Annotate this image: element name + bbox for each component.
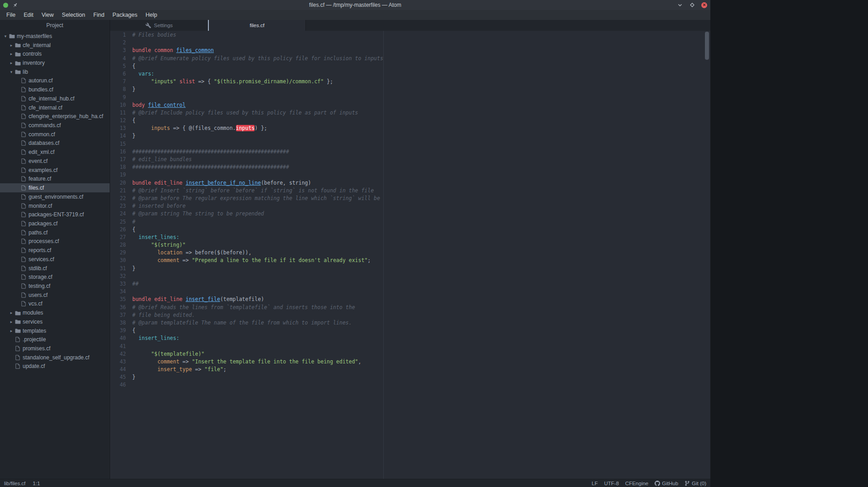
code-line[interactable]: 42 "$(templatefile)" — [110, 350, 710, 358]
tree-item-update.cf[interactable]: update.cf — [0, 362, 110, 371]
tree-item-common.cf[interactable]: common.cf — [0, 130, 110, 139]
tree-item-vcs.cf[interactable]: vcs.cf — [0, 300, 110, 309]
tree-item-cfe_internal[interactable]: ▸cfe_internal — [0, 41, 110, 50]
line-number[interactable]: 4 — [110, 55, 126, 62]
code-line[interactable]: 23# inserted before — [110, 202, 710, 210]
code-line[interactable]: 4# @brief Enumerate policy files used by… — [110, 55, 710, 62]
line-number[interactable]: 9 — [110, 94, 126, 101]
line-number[interactable]: 45 — [110, 373, 126, 381]
tree-item-packages.cf[interactable]: packages.cf — [0, 219, 110, 228]
menu-edit[interactable]: Edit — [19, 11, 38, 19]
line-number[interactable]: 10 — [110, 101, 126, 109]
code-line[interactable]: 17# edit_line bundles — [110, 156, 710, 163]
tree-item-testing.cf[interactable]: testing.cf — [0, 282, 110, 291]
tree-item-controls[interactable]: ▸controls — [0, 49, 110, 58]
tree-item-lib[interactable]: ▾lib — [0, 67, 110, 76]
line-number[interactable]: 3 — [110, 47, 126, 54]
code-line[interactable]: 21# @brief Insert `string` before `befor… — [110, 187, 710, 195]
line-number[interactable]: 34 — [110, 288, 126, 296]
tree-item-.projectile[interactable]: .projectile — [0, 335, 110, 344]
chevron-down-icon[interactable]: ▾ — [9, 70, 14, 74]
pin-icon[interactable] — [12, 2, 18, 8]
tree-item-cfe_internal_hub.cf[interactable]: cfe_internal_hub.cf — [0, 94, 110, 103]
chevron-down-icon[interactable]: ▾ — [3, 34, 8, 38]
line-number[interactable]: 18 — [110, 163, 126, 171]
code-line[interactable]: 22# @param before The regular expression… — [110, 195, 710, 202]
maximize-button[interactable] — [689, 2, 695, 8]
menu-find[interactable]: Find — [89, 11, 108, 19]
code-line[interactable]: 16######################################… — [110, 148, 710, 156]
menu-selection[interactable]: Selection — [58, 11, 89, 19]
line-number[interactable]: 17 — [110, 156, 126, 163]
code-line[interactable]: 44 insert_type => "file"; — [110, 366, 710, 373]
tab-settings[interactable]: Settings — [110, 20, 208, 31]
line-number[interactable]: 15 — [110, 140, 126, 148]
tree-item-standalone_self_upgrade.cf[interactable]: standalone_self_upgrade.cf — [0, 353, 110, 362]
code-line[interactable]: 39{ — [110, 327, 710, 334]
line-number[interactable]: 38 — [110, 319, 126, 327]
code-line[interactable]: 14} — [110, 132, 710, 140]
code-line[interactable]: 5{ — [110, 62, 710, 70]
tree-item-commands.cf[interactable]: commands.cf — [0, 121, 110, 130]
tree-item-databases.cf[interactable]: databases.cf — [0, 139, 110, 148]
code-line[interactable]: 15 — [110, 140, 710, 148]
code-line[interactable]: 41 — [110, 343, 710, 350]
menu-view[interactable]: View — [38, 11, 58, 19]
code-line[interactable]: 2 — [110, 39, 710, 47]
line-number[interactable]: 39 — [110, 327, 126, 334]
chevron-right-icon[interactable]: ▸ — [9, 310, 14, 315]
code-line[interactable]: 36# @brief Reads the lines from `templat… — [110, 304, 710, 311]
line-number[interactable]: 32 — [110, 272, 126, 280]
tree-item-files.cf[interactable]: files.cf — [0, 183, 110, 192]
code-line[interactable]: 10body file control — [110, 101, 710, 109]
code-line[interactable]: 29 location => before($(before)), — [110, 249, 710, 257]
tree-item-examples.cf[interactable]: examples.cf — [0, 166, 110, 175]
tree-item-guest_environments.cf[interactable]: guest_environments.cf — [0, 192, 110, 201]
line-number[interactable]: 33 — [110, 280, 126, 288]
line-number[interactable]: 8 — [110, 86, 126, 93]
line-number[interactable]: 12 — [110, 117, 126, 124]
line-number[interactable]: 5 — [110, 62, 126, 70]
line-number[interactable]: 22 — [110, 195, 126, 202]
status-github[interactable]: GitHub — [655, 481, 678, 486]
menu-packages[interactable]: Packages — [108, 11, 141, 19]
code-line[interactable]: 34 — [110, 288, 710, 296]
tree-item-my-masterfiles[interactable]: ▾my-masterfiles — [0, 32, 110, 41]
code-line[interactable]: 11# @brief Include policy files used by … — [110, 109, 710, 117]
tree-item-processes.cf[interactable]: processes.cf — [0, 237, 110, 246]
tree-item-services[interactable]: ▸services — [0, 317, 110, 326]
code-line[interactable]: 13 inputs => { @(files_common.inputs) }; — [110, 124, 710, 132]
menu-help[interactable]: Help — [141, 11, 161, 19]
code-line[interactable]: 37# file being edited. — [110, 311, 710, 319]
code-line[interactable]: 38# @param templatefile The name of the … — [110, 319, 710, 327]
status-grammar[interactable]: CFEngine — [625, 481, 648, 486]
line-number[interactable]: 42 — [110, 350, 126, 358]
tree-item-event.cf[interactable]: event.cf — [0, 157, 110, 166]
status-file-path[interactable]: lib/files.cf — [4, 481, 25, 486]
line-number[interactable]: 28 — [110, 241, 126, 249]
tree-item-templates[interactable]: ▸templates — [0, 326, 110, 335]
tree-item-cfengine_enterprise_hub_ha.cf[interactable]: cfengine_enterprise_hub_ha.cf — [0, 112, 110, 121]
line-number[interactable]: 14 — [110, 132, 126, 140]
code-line[interactable]: 31} — [110, 265, 710, 272]
line-number[interactable]: 35 — [110, 296, 126, 303]
code-line[interactable]: 9 — [110, 94, 710, 101]
tree-item-feature.cf[interactable]: feature.cf — [0, 175, 110, 184]
code-line[interactable]: 8} — [110, 86, 710, 93]
menu-file[interactable]: File — [2, 11, 19, 19]
line-number[interactable]: 46 — [110, 381, 126, 389]
line-number[interactable]: 26 — [110, 226, 126, 234]
chevron-right-icon[interactable]: ▸ — [9, 329, 14, 333]
code-line[interactable]: 26{ — [110, 226, 710, 234]
tree-item-reports.cf[interactable]: reports.cf — [0, 246, 110, 255]
code-line[interactable]: 33## — [110, 280, 710, 288]
tree-item-storage.cf[interactable]: storage.cf — [0, 272, 110, 282]
status-cursor-position[interactable]: 1:1 — [33, 481, 40, 486]
line-number[interactable]: 6 — [110, 70, 126, 78]
line-number[interactable]: 30 — [110, 257, 126, 264]
code-line[interactable]: 32 — [110, 272, 710, 280]
line-number[interactable]: 31 — [110, 265, 126, 272]
code-line[interactable]: 20bundle edit_line insert_before_if_no_l… — [110, 179, 710, 187]
tree-item-stdlib.cf[interactable]: stdlib.cf — [0, 264, 110, 273]
code-line[interactable]: 30 comment => "Prepend a line to the fil… — [110, 257, 710, 264]
